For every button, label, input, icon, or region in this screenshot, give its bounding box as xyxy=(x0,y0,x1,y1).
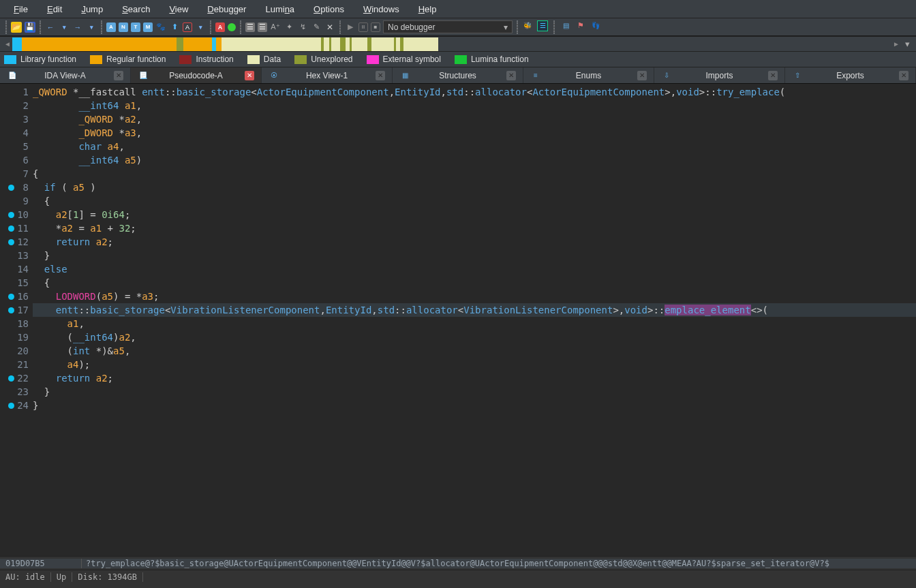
tab-close-icon[interactable]: ✕ xyxy=(114,71,123,80)
code-line[interactable]: else xyxy=(33,262,916,276)
overview-segment[interactable] xyxy=(340,37,346,51)
dd-icon[interactable]: ▾ xyxy=(195,22,206,33)
x-icon[interactable]: ✕ xyxy=(324,22,335,33)
overview-track[interactable] xyxy=(12,37,452,51)
menu-search[interactable]: Search xyxy=(112,4,159,14)
overview-segment[interactable] xyxy=(222,37,321,51)
up-arrow-icon[interactable]: ⬆ xyxy=(169,22,180,33)
menu-edit[interactable]: Edit xyxy=(37,4,72,14)
line-number[interactable]: 1 xyxy=(0,85,33,99)
line-number[interactable]: 22 xyxy=(0,371,33,385)
tab-exports[interactable]: ⇧Exports✕ xyxy=(785,67,916,83)
tab-close-icon[interactable]: ✕ xyxy=(637,71,647,80)
menu-debugger[interactable]: Debugger xyxy=(198,4,256,14)
wrench-icon[interactable]: ↯ xyxy=(297,22,308,33)
line-number[interactable]: 2 xyxy=(0,99,33,112)
overview-segment[interactable] xyxy=(12,37,22,51)
line-number[interactable]: 21 xyxy=(0,358,33,371)
tab-hex-view-1[interactable]: ⦿Hex View-1✕ xyxy=(262,67,393,83)
code-line[interactable]: *a2 = a1 + 32; xyxy=(33,221,916,235)
ghost-icon[interactable]: 👣 xyxy=(590,20,601,31)
code-line[interactable]: a2[1] = 0i64; xyxy=(33,208,916,221)
code-line[interactable]: return a2; xyxy=(33,371,916,385)
code-line[interactable]: LODWORD(a5) = *a3; xyxy=(33,290,916,303)
debug-stop-icon[interactable]: ■ xyxy=(371,22,380,32)
menu-windows[interactable]: Windows xyxy=(354,4,409,14)
tab-ida-view-a[interactable]: 📄IDA View-A✕ xyxy=(0,67,131,83)
overview-segment[interactable] xyxy=(403,37,439,51)
line-number[interactable]: 13 xyxy=(0,249,33,262)
line-number[interactable]: 11 xyxy=(0,221,33,235)
line-number[interactable]: 3 xyxy=(0,112,33,126)
line-number[interactable]: 6 xyxy=(0,153,33,167)
open-file-icon[interactable]: 📂 xyxy=(11,22,22,33)
code-line[interactable]: a1, xyxy=(33,317,916,330)
line-number[interactable]: 18 xyxy=(0,317,33,330)
menu-file[interactable]: File xyxy=(4,4,37,14)
line-number[interactable]: 19 xyxy=(0,330,33,344)
code-line[interactable]: a4); xyxy=(33,358,916,371)
line-number[interactable]: 24 xyxy=(0,399,33,412)
m-icon[interactable]: M xyxy=(143,22,153,32)
overview-dropdown-icon[interactable]: ▾ xyxy=(901,39,913,49)
a-plus-icon[interactable]: A⁺ xyxy=(270,22,281,33)
line-number[interactable]: 17 xyxy=(0,303,33,317)
green-dot-icon[interactable] xyxy=(228,23,236,31)
line-number[interactable]: 15 xyxy=(0,276,33,290)
overview-segment[interactable] xyxy=(22,37,177,51)
star-icon[interactable]: ✦ xyxy=(284,22,294,33)
code-line[interactable]: (int *)&a5, xyxy=(33,344,916,358)
tab-imports[interactable]: ⇩Imports✕ xyxy=(654,67,785,83)
menu-view[interactable]: View xyxy=(159,4,198,14)
forward-dd-icon[interactable]: ▾ xyxy=(86,22,97,33)
overview-segment[interactable] xyxy=(216,37,222,51)
save-icon[interactable]: 💾 xyxy=(25,22,35,33)
line-number[interactable]: 7 xyxy=(0,167,33,181)
tool-icon[interactable]: 🐝 xyxy=(522,20,533,31)
tab-close-icon[interactable]: ✕ xyxy=(376,71,385,80)
line-number[interactable]: 23 xyxy=(0,385,33,399)
tab-close-icon[interactable]: ✕ xyxy=(768,71,778,80)
code-line[interactable]: entt::basic_storage<VibrationListenerCom… xyxy=(33,303,916,317)
menu-jump[interactable]: Jump xyxy=(72,4,112,14)
code-line[interactable]: _QWORD *a2, xyxy=(33,112,916,126)
code-line[interactable]: } xyxy=(33,399,916,412)
tab-enums[interactable]: ≡Enums✕ xyxy=(523,67,654,83)
code-line[interactable]: (__int64)a2, xyxy=(33,330,916,344)
edit-icon[interactable]: ✎ xyxy=(311,22,322,33)
code-line[interactable]: { xyxy=(33,194,916,208)
menu-options[interactable]: Options xyxy=(304,4,354,14)
debug-pause-icon[interactable]: II xyxy=(358,22,368,32)
red-a-icon[interactable]: A xyxy=(215,22,225,32)
tab-pseudocode-a[interactable]: 📃Pseudocode-A✕ xyxy=(131,67,262,83)
back-dd-icon[interactable]: ▾ xyxy=(59,22,70,33)
binary-icon[interactable]: ☰ xyxy=(245,22,255,32)
overview-segment[interactable] xyxy=(324,37,329,51)
overview-segment[interactable] xyxy=(352,37,367,51)
debug-play-icon[interactable]: ▶ xyxy=(345,22,356,33)
code-line[interactable]: } xyxy=(33,249,916,262)
back-icon[interactable]: ← xyxy=(45,22,56,33)
window-icon[interactable]: ▤ xyxy=(560,20,571,31)
code-line[interactable]: char a4, xyxy=(33,140,916,153)
navigation-overview[interactable]: ◄ ► ▾ xyxy=(0,36,916,52)
menu-help[interactable]: Help xyxy=(409,4,446,14)
code-line[interactable]: return a2; xyxy=(33,235,916,249)
menu-lumina[interactable]: Lumina xyxy=(256,4,304,14)
line-number[interactable]: 12 xyxy=(0,235,33,249)
tab-structures[interactable]: ▦Structures✕ xyxy=(393,67,523,83)
code-line[interactable]: _QWORD *__fastcall entt::basic_storage<A… xyxy=(33,85,916,99)
line-number[interactable]: 16 xyxy=(0,290,33,303)
pseudocode-view[interactable]: 123456789101112131415161718192021222324 … xyxy=(0,84,916,556)
line-number[interactable]: 9 xyxy=(0,194,33,208)
tab-close-icon[interactable]: ✕ xyxy=(245,71,254,80)
tab-close-icon[interactable]: ✕ xyxy=(899,71,909,80)
boxed-a-icon[interactable]: A xyxy=(183,22,192,32)
code-line[interactable]: __int64 a1, xyxy=(33,99,916,112)
overview-segment[interactable] xyxy=(177,37,183,51)
code-area[interactable]: _QWORD *__fastcall entt::basic_storage<A… xyxy=(33,84,916,556)
code-line[interactable]: { xyxy=(33,167,916,181)
code-line[interactable]: _DWORD *a3, xyxy=(33,126,916,140)
redflag-icon[interactable]: ⚑ xyxy=(575,20,586,31)
overview-segment[interactable] xyxy=(331,37,340,51)
